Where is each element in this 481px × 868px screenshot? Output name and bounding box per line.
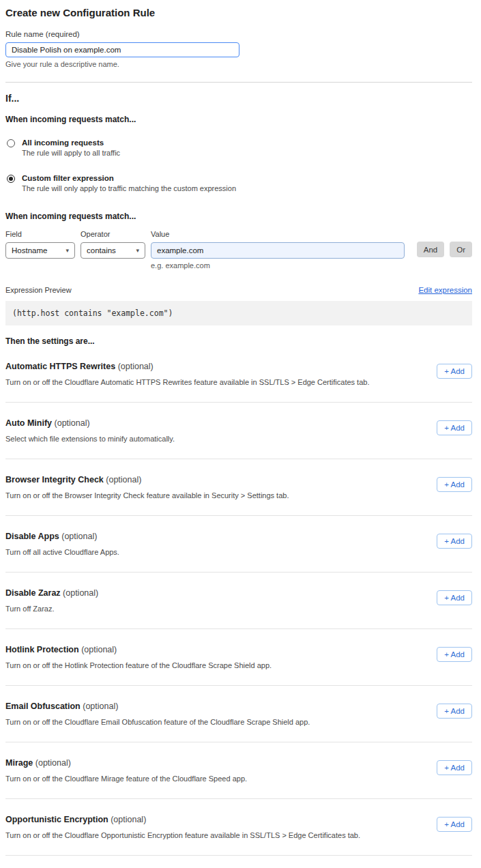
- chevron-down-icon: ▾: [65, 247, 69, 254]
- rule-name-helper: Give your rule a descriptive name.: [5, 60, 472, 68]
- setting-name: Hotlink Protection: [5, 645, 79, 654]
- operator-label: Operator: [81, 230, 145, 238]
- add-button[interactable]: + Add: [437, 420, 472, 435]
- optional-tag: (optional): [55, 418, 90, 428]
- radio-description: The rule will only apply to traffic matc…: [22, 184, 236, 192]
- expression-preview-label: Expression Preview: [5, 286, 72, 294]
- setting-description: Turn on or off the Cloudflare Opportunis…: [5, 831, 472, 839]
- setting-description: Turn on or off the Cloudflare Automatic …: [5, 378, 472, 386]
- optional-tag: (optional): [81, 645, 117, 654]
- setting-polish: ✕ Polish (optional) Change the settings …: [5, 856, 472, 868]
- setting-disable-zaraz: Disable Zaraz (optional) Turn off Zaraz.…: [5, 573, 472, 629]
- radio-description: The rule will apply to all traffic: [22, 149, 120, 157]
- setting-description: Turn on or off the Cloudflare Mirage fea…: [5, 775, 472, 783]
- chevron-down-icon: ▾: [136, 247, 139, 254]
- divider: [5, 82, 472, 83]
- radio-all-incoming-requests[interactable]: All incoming requests The rule will appl…: [5, 139, 472, 157]
- optional-tag: (optional): [61, 532, 97, 541]
- expression-code-block: (http.host contains "example.com"): [5, 301, 472, 326]
- optional-tag: (optional): [118, 362, 154, 371]
- field-select[interactable]: Hostname ▾: [5, 242, 75, 259]
- radio-label: All incoming requests: [22, 139, 120, 147]
- operator-select-value: contains: [87, 246, 116, 255]
- optional-tag: (optional): [83, 701, 118, 711]
- rule-name-input[interactable]: [5, 42, 239, 57]
- optional-tag: (optional): [106, 475, 141, 484]
- field-label: Field: [5, 230, 75, 238]
- setting-name: Browser Integrity Check: [5, 475, 104, 484]
- setting-name: Email Obfuscation: [5, 701, 81, 711]
- radio-label: Custom filter expression: [22, 174, 236, 182]
- match-type-radio-group: All incoming requests The rule will appl…: [5, 139, 472, 192]
- radio-unselected-icon[interactable]: [7, 139, 15, 147]
- add-button[interactable]: + Add: [437, 704, 472, 719]
- add-button[interactable]: + Add: [437, 817, 472, 832]
- if-heading: If...: [5, 93, 472, 104]
- add-button[interactable]: + Add: [437, 477, 472, 492]
- add-button[interactable]: + Add: [437, 647, 472, 662]
- rule-name-label: Rule name (required): [5, 30, 472, 38]
- setting-opportunistic-encryption: Opportunistic Encryption (optional) Turn…: [5, 799, 472, 856]
- setting-description: Turn on or off the Browser Integrity Che…: [5, 491, 472, 500]
- setting-name: Auto Minify: [5, 418, 52, 428]
- setting-description: Select which file extensions to minify a…: [5, 435, 472, 443]
- setting-description: Turn off Zaraz.: [5, 605, 472, 613]
- edit-expression-link[interactable]: Edit expression: [418, 286, 472, 294]
- setting-auto-minify: Auto Minify (optional) Select which file…: [5, 403, 472, 459]
- then-settings-heading: Then the settings are...: [5, 336, 472, 346]
- setting-name: Mirage: [5, 758, 33, 768]
- value-input[interactable]: [151, 242, 405, 259]
- optional-tag: (optional): [111, 815, 146, 824]
- radio-selected-icon[interactable]: [7, 175, 15, 183]
- operator-select[interactable]: contains ▾: [81, 242, 145, 259]
- setting-hotlink-protection: Hotlink Protection (optional) Turn on or…: [5, 629, 472, 686]
- setting-name: Opportunistic Encryption: [5, 815, 108, 824]
- filter-builder-row: Field Hostname ▾ Operator contains ▾ Val…: [5, 230, 472, 270]
- setting-disable-apps: Disable Apps (optional) Turn off all act…: [5, 516, 472, 573]
- setting-automatic-https-rewrites: Automatic HTTPS Rewrites (optional) Turn…: [5, 346, 472, 403]
- add-button[interactable]: + Add: [437, 590, 472, 605]
- setting-mirage: Mirage (optional) Turn on or off the Clo…: [5, 742, 472, 799]
- value-helper: e.g. example.com: [151, 261, 405, 270]
- setting-name: Disable Apps: [5, 532, 59, 541]
- builder-heading: When incoming requests match...: [5, 212, 472, 221]
- setting-description: Turn off all active Cloudflare Apps.: [5, 548, 472, 556]
- expression-preview-row: Expression Preview Edit expression: [5, 286, 472, 294]
- value-label: Value: [151, 230, 405, 238]
- setting-name: Automatic HTTPS Rewrites: [5, 362, 115, 371]
- create-configuration-rule-page: Create new Configuration Rule Rule name …: [0, 0, 481, 868]
- optional-tag: (optional): [35, 758, 71, 768]
- field-select-value: Hostname: [12, 246, 47, 255]
- setting-description: Turn on or off the Cloudflare Email Obfu…: [5, 718, 472, 726]
- or-button[interactable]: Or: [450, 242, 472, 257]
- radio-custom-filter-expression[interactable]: Custom filter expression The rule will o…: [5, 174, 472, 192]
- and-button[interactable]: And: [417, 242, 444, 257]
- optional-tag: (optional): [63, 588, 98, 598]
- setting-browser-integrity-check: Browser Integrity Check (optional) Turn …: [5, 459, 472, 516]
- match-heading: When incoming requests match...: [5, 115, 472, 124]
- add-button[interactable]: + Add: [437, 534, 472, 549]
- page-title: Create new Configuration Rule: [5, 7, 472, 18]
- add-button[interactable]: + Add: [437, 760, 472, 775]
- add-button[interactable]: + Add: [437, 364, 472, 379]
- setting-name: Disable Zaraz: [5, 588, 61, 598]
- setting-description: Turn on or off the Hotlink Protection fe…: [5, 661, 472, 669]
- setting-email-obfuscation: Email Obfuscation (optional) Turn on or …: [5, 686, 472, 742]
